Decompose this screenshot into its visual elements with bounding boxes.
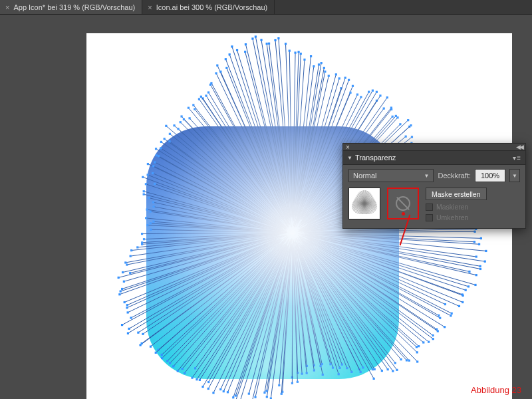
close-icon[interactable]: × bbox=[346, 144, 350, 151]
panel-body: Normal ▼ Deckkraft: 100% ▼ Maske bbox=[343, 165, 525, 228]
tab-label: Icon.ai bei 300 % (RGB/Vorschau) bbox=[156, 3, 268, 11]
workspace[interactable]: × ◀◀ ▼ Transparenz ▾≡ Normal ▼ Deckkraft… bbox=[0, 15, 532, 399]
figure-caption: Abbildung 23 bbox=[471, 385, 521, 395]
chevron-down-icon: ▼ bbox=[424, 173, 430, 179]
invert-checkbox[interactable]: Umkehren bbox=[426, 213, 487, 221]
close-icon[interactable]: × bbox=[5, 3, 9, 11]
document-tab[interactable]: × App Icon* bei 319 % (RGB/Vorschau) bbox=[0, 0, 142, 14]
no-mask-icon bbox=[396, 196, 410, 211]
chevron-down-icon[interactable]: ▼ bbox=[347, 155, 352, 161]
panel-title: Transparenz bbox=[355, 154, 396, 162]
panel-titlebar[interactable]: ▼ Transparenz ▾≡ bbox=[343, 150, 525, 165]
checkbox-icon bbox=[426, 214, 433, 221]
opacity-stepper[interactable]: ▼ bbox=[509, 169, 520, 182]
document-tab[interactable]: × Icon.ai bei 300 % (RGB/Vorschau) bbox=[142, 0, 275, 14]
document-tabbar: × App Icon* bei 319 % (RGB/Vorschau) × I… bbox=[0, 0, 532, 15]
opacity-label: Deckkraft: bbox=[438, 172, 471, 180]
checkbox-icon bbox=[426, 203, 433, 211]
close-icon[interactable]: × bbox=[148, 3, 152, 11]
transparency-panel[interactable]: × ◀◀ ▼ Transparenz ▾≡ Normal ▼ Deckkraft… bbox=[342, 143, 526, 229]
panel-grip[interactable]: × ◀◀ bbox=[343, 144, 525, 150]
make-mask-button[interactable]: Maske erstellen bbox=[426, 188, 487, 200]
blend-mode-value: Normal bbox=[353, 172, 376, 180]
panel-menu-icon[interactable]: ▾≡ bbox=[513, 154, 521, 162]
object-thumbnail[interactable] bbox=[348, 188, 380, 219]
opacity-input[interactable]: 100% bbox=[475, 169, 505, 182]
blend-mode-select[interactable]: Normal ▼ bbox=[348, 169, 434, 182]
collapse-icon[interactable]: ◀◀ bbox=[516, 144, 523, 150]
clip-checkbox[interactable]: Maskieren bbox=[426, 203, 487, 211]
annotation-dot bbox=[402, 212, 405, 215]
opacity-value: 100% bbox=[481, 172, 499, 180]
tab-label: App Icon* bei 319 % (RGB/Vorschau) bbox=[13, 3, 135, 11]
